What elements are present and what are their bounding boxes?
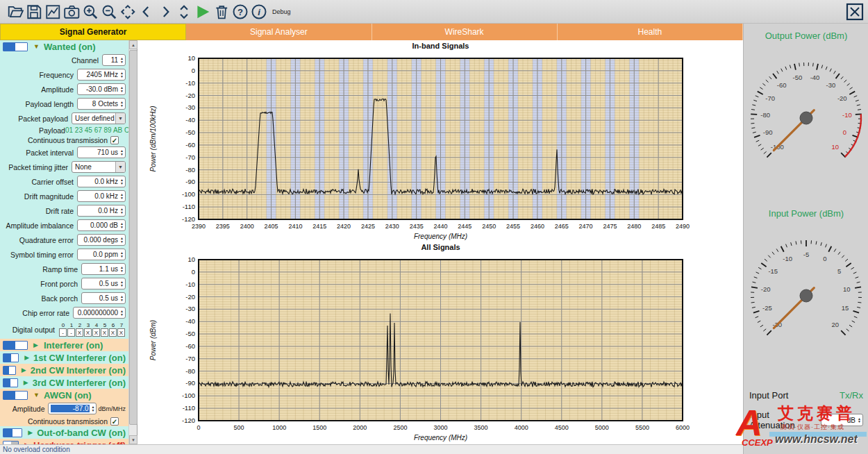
expand-icon[interactable]: ▶ — [24, 379, 28, 386]
spin-input[interactable]: 0.5 us▲▼ — [81, 278, 126, 289]
input-attenuation-stepper[interactable]: dB ▲▼ — [821, 414, 863, 426]
expand-icon[interactable]: ▶ — [24, 354, 29, 361]
spin-input[interactable]: 8 Octets▲▼ — [77, 98, 126, 110]
spinner-arrows-icon[interactable]: ▲▼ — [120, 280, 124, 287]
scroll-updown-icon[interactable] — [174, 2, 193, 21]
toggle-switch[interactable] — [3, 353, 19, 362]
spinner-arrows-icon[interactable]: ▲▼ — [120, 86, 124, 92]
spinner-arrows-icon[interactable]: ▲▼ — [120, 237, 124, 243]
svg-text:-10: -10 — [842, 111, 852, 119]
section-title[interactable]: Interferer (on) — [44, 340, 103, 351]
spinner-arrows-icon[interactable]: ▲▼ — [120, 208, 124, 214]
spinner-arrows-icon[interactable]: ▲▼ — [120, 251, 124, 258]
digital-bit-box[interactable]: X — [117, 328, 125, 337]
dropdown-select[interactable]: User defined▼ — [72, 112, 126, 124]
pan-icon[interactable] — [118, 2, 137, 21]
section-title[interactable]: 1st CW Interferer (on) — [33, 353, 126, 363]
close-button[interactable] — [846, 3, 864, 21]
tab-signal-generator[interactable]: Signal Generator — [0, 24, 186, 40]
info-icon[interactable]: i — [249, 2, 268, 21]
spinner-arrows-icon[interactable]: ▲▼ — [120, 101, 124, 107]
svg-text:5500: 5500 — [635, 424, 649, 431]
digital-bit-box[interactable]: X — [84, 328, 92, 337]
spinner-arrows-icon[interactable]: ▲▼ — [120, 266, 124, 272]
section-title[interactable]: AWGN (on) — [44, 390, 92, 401]
digital-bit-box[interactable]: X — [76, 328, 83, 337]
toggle-switch[interactable] — [3, 42, 28, 51]
toggle-switch[interactable] — [3, 366, 16, 375]
chevron-down-icon[interactable]: ▼ — [115, 113, 125, 124]
spinner-arrows-icon[interactable]: ▲▼ — [120, 193, 124, 199]
field-label: Continuous transmission — [28, 417, 110, 426]
chevron-down-icon[interactable]: ▼ — [115, 162, 125, 172]
spinner-arrows-icon[interactable]: ▲▼ — [120, 149, 124, 155]
spin-input[interactable]: 0.5 us▲▼ — [81, 292, 126, 304]
step-forward-icon[interactable] — [156, 2, 174, 21]
step-back-icon[interactable] — [137, 2, 156, 21]
svg-text:2395: 2395 — [216, 223, 230, 230]
spinner-arrows-icon[interactable]: ▲▼ — [858, 417, 861, 423]
field-label: Digital output — [3, 326, 59, 334]
screenshot-icon[interactable] — [62, 2, 81, 21]
digital-bit-box[interactable]: X — [101, 328, 108, 337]
field-label: Drift magnitude — [3, 192, 77, 201]
spinner-arrows-icon[interactable]: ▲▼ — [120, 222, 124, 228]
spin-input[interactable]: -30.0 dBm▲▼ — [77, 83, 126, 95]
expand-icon[interactable]: ▶ — [33, 342, 40, 348]
spin-input[interactable]: 0.0 ppm▲▼ — [77, 249, 126, 260]
section-title[interactable]: 3rd CW Interferer (on) — [33, 378, 126, 388]
spin-input[interactable]: 0.000000000▲▼ — [73, 307, 126, 319]
scroll-up-icon[interactable]: ▲ — [129, 40, 137, 49]
tab-wireshark[interactable]: WireShark — [372, 24, 558, 40]
spin-input[interactable]: 0.000 degs▲▼ — [77, 234, 126, 246]
toggle-switch[interactable] — [3, 341, 28, 350]
clear-icon[interactable] — [212, 2, 231, 21]
spin-input[interactable]: 1.1 us▲▼ — [81, 263, 126, 275]
dropdown-select[interactable]: None▼ — [72, 161, 126, 173]
scroll-down-icon[interactable]: ▼ — [129, 435, 137, 444]
expand-icon[interactable]: ▶ — [28, 429, 33, 436]
tab-signal-analyser[interactable]: Signal Analyser — [186, 24, 372, 40]
spin-input[interactable]: -87.0▲▼ — [48, 403, 97, 414]
spinner-arrows-icon[interactable]: ▲▼ — [120, 57, 124, 63]
spinner-arrows-icon[interactable]: ▲▼ — [92, 405, 95, 412]
spinner-arrows-icon[interactable]: ▲▼ — [120, 295, 124, 301]
spin-input[interactable]: 11▲▼ — [102, 54, 126, 66]
svg-text:10: 10 — [831, 143, 839, 151]
toggle-switch[interactable] — [3, 391, 28, 400]
spin-input[interactable]: 710 us▲▼ — [77, 146, 126, 158]
spin-input[interactable]: 0.0 Hz▲▼ — [77, 205, 126, 217]
save-icon[interactable] — [24, 2, 43, 21]
digital-bit-box[interactable]: - — [67, 328, 75, 337]
chart-icon[interactable] — [43, 2, 62, 21]
scrollbar-thumb[interactable] — [129, 50, 137, 425]
spinner-arrows-icon[interactable]: ▲▼ — [120, 310, 124, 316]
spinner-arrows-icon[interactable]: ▲▼ — [120, 72, 124, 78]
help-icon[interactable]: ? — [231, 2, 249, 21]
spin-input[interactable]: 2405 MHz▲▼ — [77, 69, 126, 81]
input-port-value[interactable]: Tx/Rx — [788, 390, 863, 401]
toggle-switch[interactable] — [3, 428, 22, 437]
checkbox[interactable]: ✓ — [110, 136, 119, 144]
expand-icon[interactable]: ▶ — [22, 367, 26, 373]
spin-input[interactable]: 0.0 kHz▲▼ — [77, 176, 126, 187]
digital-bit-box[interactable]: - — [59, 328, 67, 337]
zoom-out-icon[interactable] — [99, 2, 118, 21]
toggle-switch[interactable] — [3, 378, 18, 387]
collapse-icon[interactable]: ▼ — [33, 392, 40, 398]
section-title[interactable]: Wanted (on) — [44, 42, 96, 52]
sidebar-scrollbar[interactable]: ▲ ▼ — [128, 40, 137, 444]
open-icon[interactable] — [6, 2, 24, 21]
zoom-in-icon[interactable] — [81, 2, 99, 21]
digital-bit-box[interactable]: X — [109, 328, 117, 337]
spinner-arrows-icon[interactable]: ▲▼ — [120, 178, 124, 185]
collapse-icon[interactable]: ▼ — [33, 43, 40, 50]
run-icon[interactable] — [193, 2, 212, 21]
section-title[interactable]: 2nd CW Interferer (on) — [31, 365, 126, 376]
tab-health[interactable]: Health — [558, 24, 743, 40]
section-title[interactable]: Out-of-band CW (on) — [37, 428, 126, 438]
digital-bit-box[interactable]: X — [92, 328, 100, 337]
spin-input[interactable]: 0.0 kHz▲▼ — [77, 190, 126, 202]
spin-input[interactable]: 0.000 dB▲▼ — [77, 219, 126, 231]
checkbox[interactable]: ✓ — [110, 417, 119, 426]
